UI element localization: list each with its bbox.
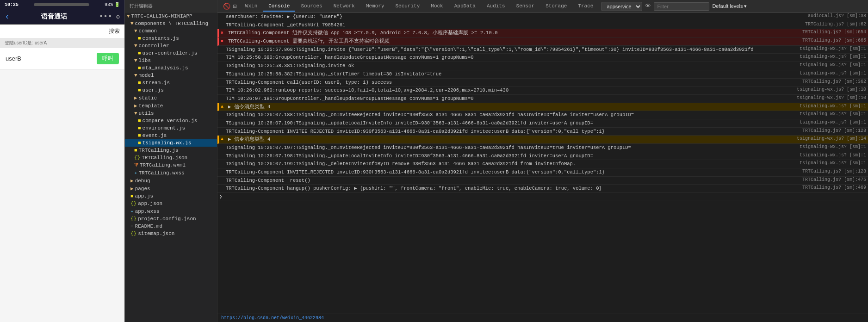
- log-text: searchUser: invitee: ▶ {userID: "userB"}: [226, 13, 783, 20]
- log-row: TSignaling 10:26:07.198:TSignaling._upda…: [217, 152, 868, 161]
- log-source[interactable]: TRTCalling.js? [sm]:128: [783, 169, 866, 174]
- camera-icon[interactable]: ⊙: [116, 13, 120, 21]
- tree-item[interactable]: ▼ common: [125, 27, 217, 35]
- tree-item[interactable]: {} project.config.json: [125, 215, 217, 223]
- phone-time: 10:25: [5, 2, 19, 7]
- console-log-area[interactable]: searchUser: invitee: ▶ {userID: "userB"}…: [217, 13, 868, 314]
- log-source[interactable]: TRTCalling.js? [sm]:469: [783, 185, 866, 190]
- item-label: tsignaling-wx.js: [143, 140, 192, 146]
- log-source[interactable]: tsignaling-wx.js? [sm]:1: [783, 144, 866, 149]
- log-text: TRTCalling-Component _reset(): [226, 177, 783, 184]
- tree-item[interactable]: ■ stream.js: [125, 79, 217, 87]
- tree-item[interactable]: ■ mta_analysis.js: [125, 64, 217, 72]
- log-source[interactable]: tsignaling-wx.js? [sm]:1: [783, 62, 866, 68]
- log-source[interactable]: tsignaling-wx.js? [sm]:1: [783, 120, 866, 125]
- js-file-icon: ■: [134, 148, 137, 153]
- tree-item[interactable]: {} TRTCalling.json: [125, 154, 217, 161]
- log-source[interactable]: tsignaling-wx.js? [sm]:1: [783, 111, 866, 117]
- tree-item[interactable]: ⧩ TRTCalling.wxml: [125, 161, 217, 169]
- levels-button[interactable]: Default levels ▾: [712, 3, 747, 9]
- log-source[interactable]: audioCall.js? [sm]:38: [783, 13, 866, 19]
- log-source[interactable]: tsignaling-wx.js? [sm]:1: [783, 153, 866, 158]
- log-source[interactable]: TRTCalling.js? [sm]:475: [783, 177, 866, 182]
- tree-item[interactable]: ▼ utils: [125, 110, 217, 117]
- log-source[interactable]: TRTCalling.js? [sm]:665: [783, 38, 866, 43]
- log-row: TRTCalling-Component _reset()TRTCalling.…: [217, 177, 868, 185]
- log-source[interactable]: tsignaling-wx.js? [sm]:1: [783, 161, 866, 166]
- tree-item[interactable]: ■ constants.js: [125, 35, 217, 42]
- log-source[interactable]: tsignaling-wx.js? [sm]:10: [783, 87, 866, 92]
- log-source[interactable]: tsignaling-wx.js? [sm]:10: [783, 95, 866, 100]
- tree-item[interactable]: ▼ components \ TRTCCalling: [125, 20, 217, 27]
- clear-console-icon[interactable]: 🚫: [223, 3, 230, 10]
- tree-item[interactable]: ≡ README.md: [125, 223, 217, 230]
- tab-sensor[interactable]: Sensor: [511, 1, 540, 12]
- tree-item[interactable]: {} sitemap.json: [125, 230, 217, 237]
- tree-item[interactable]: ■ compare-version.js: [125, 117, 217, 124]
- tree-item[interactable]: ▶ pages: [125, 185, 217, 192]
- js-file-icon: ■: [138, 36, 141, 41]
- folder-icon: ▼: [134, 58, 137, 63]
- tree-item-active[interactable]: ■ tsignaling-wx.js: [125, 139, 217, 147]
- log-source[interactable]: TRTCalling.js? [sm]:362: [783, 79, 866, 84]
- item-label: sitemap.json: [138, 231, 174, 236]
- log-text: TRTCalling-Component _getPushUrl 7985426…: [226, 22, 783, 29]
- call-button[interactable]: 呼叫: [97, 53, 119, 64]
- tree-item[interactable]: ✦ TRTCalling.wxss: [125, 169, 217, 177]
- log-source[interactable]: tsignaling-wx.js? [sm]:1: [783, 54, 866, 59]
- file-tree-header[interactable]: 打开编辑器: [125, 0, 217, 12]
- tab-audits[interactable]: Audits: [481, 1, 511, 12]
- tree-item[interactable]: ■ user-controller.js: [125, 50, 217, 57]
- tree-item[interactable]: ■ app.js: [125, 192, 217, 200]
- tree-item[interactable]: ▼ controller: [125, 42, 217, 50]
- tab-appdata[interactable]: AppData: [449, 1, 481, 12]
- tab-memory[interactable]: Memory: [360, 1, 390, 12]
- log-source[interactable]: tsignaling-wx.js? [sm]:1: [783, 104, 866, 109]
- tree-item[interactable]: ■ TRTCalling.js: [125, 147, 217, 154]
- tree-item[interactable]: ■ event.js: [125, 132, 217, 139]
- tree-item[interactable]: ▼ model: [125, 72, 217, 79]
- eye-icon[interactable]: 👁: [645, 3, 651, 10]
- tree-item[interactable]: ▶ template: [125, 102, 217, 110]
- back-button[interactable]: ‹: [5, 12, 10, 21]
- js-file-icon: ■: [138, 133, 141, 138]
- item-label: project.config.json: [138, 216, 196, 222]
- item-label: constants.js: [143, 36, 179, 41]
- tree-item[interactable]: {} app.json: [125, 200, 217, 207]
- footer-link[interactable]: https://blog.csdn.net/weixin_44622984: [221, 316, 324, 321]
- more-options-button[interactable]: •••: [99, 12, 112, 21]
- js-file-icon: ■: [138, 80, 141, 86]
- filter-input[interactable]: [654, 2, 709, 11]
- toggle-console-icon[interactable]: ⊡: [233, 3, 237, 10]
- log-text: TRTCCalling-Component 需要真机运行, 开发工具不支持实时音…: [228, 38, 783, 45]
- log-text: TSignaling 10:25:58.382:TSignaling._star…: [226, 71, 783, 78]
- log-text: TIM 10:26:02.960:runLoop reports: succes…: [226, 87, 783, 94]
- tab-console[interactable]: Console: [263, 1, 295, 12]
- log-source[interactable]: TRTCalling.js? [sm]:62: [783, 22, 866, 27]
- tab-trace[interactable]: Trace: [572, 1, 599, 12]
- tree-item[interactable]: ✦ app.wxss: [125, 207, 217, 215]
- tab-network[interactable]: Network: [328, 1, 360, 12]
- tree-item[interactable]: ▶ debug: [125, 177, 217, 185]
- tab-sources[interactable]: Sources: [295, 1, 328, 12]
- appservice-select[interactable]: appservice: [601, 2, 642, 11]
- log-text: TRTCalling-Component hangup() pusherConf…: [226, 185, 783, 192]
- log-row: TIM 10:25:58.380:GroupController._handle…: [217, 54, 868, 62]
- log-source[interactable]: TRTCalling.js? [sm]:654: [783, 30, 866, 35]
- log-source[interactable]: tsignaling-wx.js? [sm]:1: [783, 46, 866, 51]
- log-source[interactable]: tsignaling-wx.js? [sm]:1: [783, 71, 866, 76]
- item-label: README.md: [135, 223, 162, 229]
- tab-mock[interactable]: Mock: [425, 1, 448, 12]
- log-row: TIM 10:26:02.960:runLoop reports: succes…: [217, 87, 868, 95]
- tree-item[interactable]: ▶ static: [125, 94, 217, 102]
- tab-security[interactable]: Security: [390, 1, 426, 12]
- log-source[interactable]: TRTCalling.js? [sm]:128: [783, 128, 866, 133]
- folder-icon: ▼: [134, 43, 137, 49]
- log-source[interactable]: tsignaling-wx.js? [sm]:14: [783, 136, 866, 141]
- tree-item[interactable]: ▼ libs: [125, 57, 217, 64]
- tab-wxin[interactable]: Wxin: [240, 1, 263, 12]
- tree-item[interactable]: ■ environment.js: [125, 124, 217, 132]
- tree-item[interactable]: ■ user.js: [125, 87, 217, 94]
- js-file-icon: ■: [138, 140, 141, 146]
- tab-storage[interactable]: Storage: [540, 1, 572, 12]
